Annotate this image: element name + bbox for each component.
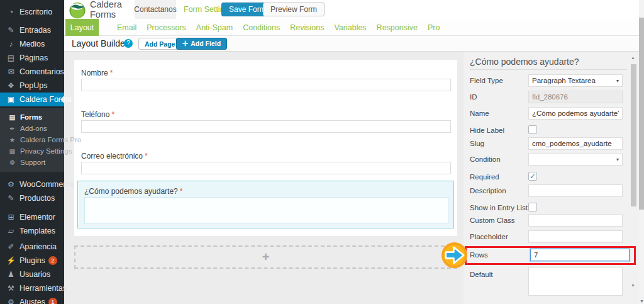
sidebar-item-label: Productos [19, 194, 55, 203]
hide-label-checkbox[interactable] [528, 125, 537, 134]
submenu-item-support[interactable]: ☸ Support [0, 157, 64, 168]
field-preview-textarea[interactable] [84, 197, 448, 224]
tab-conditions[interactable]: Conditions [243, 23, 280, 32]
description-field[interactable] [528, 184, 623, 197]
tab-responsive[interactable]: Responsive [377, 23, 418, 32]
tab-revisions[interactable]: Revisions [290, 23, 324, 32]
preview-form-button[interactable]: Preview Form [263, 3, 325, 16]
caldera-forms-layout-builder-screen: ◔ Escritorio ✎ Entradas ♪ Medios ▤ Págin… [0, 0, 644, 304]
field-preview-correo[interactable] [81, 162, 451, 174]
sidebar-item-productos[interactable]: ✎ Productos [0, 191, 64, 205]
sidebar-item-label: Usuarios [19, 270, 50, 279]
panel-title: ¿Cómo podemos ayudarte? [470, 57, 579, 67]
submenu-item-label: Privacy Settings [20, 147, 72, 155]
sidebar-item-usuarios[interactable]: ♟ Usuarios [0, 267, 64, 281]
placeholder-field[interactable] [528, 230, 623, 243]
field-type-value: Paragraph Textarea [532, 77, 596, 84]
scroll-up-icon[interactable]: ▲ [631, 55, 635, 60]
field-preview-nombre[interactable] [81, 79, 451, 91]
field-type-select[interactable]: Paragraph Textarea ▾ [528, 74, 623, 87]
woocommerce-icon: ⚙ [6, 180, 16, 189]
sidebar-item-escritorio[interactable]: ◔ Escritorio [0, 5, 64, 19]
users-icon: ♟ [6, 270, 16, 279]
field-preview-telefono[interactable] [81, 120, 451, 133]
name-field[interactable] [528, 107, 623, 120]
browser-scrollbar-thumb[interactable] [639, 18, 644, 210]
panel-scrollbar-thumb[interactable] [631, 64, 636, 206]
required-asterisk: * [111, 110, 114, 119]
required-asterisk: * [145, 152, 148, 160]
show-in-entry-list-checkbox[interactable] [528, 203, 537, 211]
sidebar-item-label: Comentarios [19, 67, 64, 76]
custom-class-field[interactable] [528, 214, 623, 227]
field-type-label: Field Type [470, 77, 503, 84]
submenu-item-privacy-settings[interactable]: ▦ Privacy Settings [0, 145, 64, 157]
add-field-button[interactable]: ✛Add Field [176, 38, 227, 50]
add-row-dropzone[interactable]: + [74, 245, 457, 269]
id-field [528, 91, 623, 103]
sidebar-item-label: Páginas [19, 53, 48, 62]
sidebar-item-elementor[interactable]: ⊞ Elementor [0, 210, 64, 224]
submenu-item-forms[interactable]: ▤ Forms [0, 111, 64, 123]
add-page-button[interactable]: Add Page [138, 38, 181, 50]
condition-label: Condition [470, 155, 501, 163]
default-field[interactable] [528, 267, 623, 296]
submenu-item-caldera-forms-pro[interactable]: ★ Caldera Forms Pro [0, 134, 64, 145]
tab-processors[interactable]: Processors [147, 23, 186, 32]
active-item-notch [57, 96, 64, 103]
sidebar-item-medios[interactable]: ♪ Medios [0, 37, 64, 51]
tab-pro[interactable]: Pro [428, 23, 440, 32]
form-name-tab[interactable]: Contactanos [135, 0, 176, 19]
sidebar-item-entradas[interactable]: ✎ Entradas [0, 23, 64, 37]
settings-icon: ⚙ [6, 298, 16, 304]
sidebar-item-apariencia[interactable]: ✐ Apariencia [0, 240, 64, 254]
sidebar-item-caldera-forms[interactable]: ▣ Caldera Forms [0, 93, 64, 106]
sidebar-item-label: Templates [19, 227, 55, 235]
sidebar-item-comentarios[interactable]: ✉ Comentarios [0, 65, 64, 79]
slug-field[interactable] [528, 137, 623, 150]
scroll-down-icon[interactable]: ▼ [640, 299, 644, 303]
sidebar-item-popups[interactable]: ❖ PopUps [0, 79, 64, 93]
app-title: Caldera Forms [90, 0, 135, 20]
sidebar-item-label: Medios [19, 40, 45, 48]
submenu-item-label: Caldera Forms Pro [20, 136, 81, 144]
sidebar-item-plugins[interactable]: ⚡ Plugins 2 [0, 254, 64, 267]
tools-icon: ⚒ [6, 284, 16, 293]
scroll-down-icon[interactable]: ▼ [631, 283, 635, 288]
sidebar-item-templates[interactable]: ▱ Templates [0, 224, 64, 238]
default-label: Default [470, 271, 492, 278]
sidebar-item-herramientas[interactable]: ⚒ Herramientas [0, 281, 64, 295]
submenu-item-label: Add-ons [20, 125, 47, 132]
tab-email[interactable]: Email [117, 23, 136, 32]
caldera-logo [69, 1, 86, 19]
pushpin-icon: ✎ [6, 26, 16, 35]
elementor-icon: ⊞ [6, 213, 16, 222]
support-icon: ☸ [8, 159, 17, 166]
tab-anti-spam[interactable]: Anti-Spam [196, 23, 233, 32]
pointer-arrow-icon [441, 242, 468, 269]
popups-icon: ❖ [6, 81, 16, 90]
condition-select[interactable]: ▾ [528, 153, 623, 166]
submenu-item-label: Support [20, 159, 45, 166]
sidebar-item-woocommerce[interactable]: ⚙ WooCommerce [0, 177, 64, 191]
tab-layout[interactable]: Layout [65, 19, 99, 36]
form-editor-tabs: Layout Email Processors Anti-Spam Condit… [64, 19, 639, 36]
selected-textarea-widget[interactable]: ¿Cómo podemos ayudarte?* [77, 181, 454, 228]
addons-icon: ✒ [8, 125, 17, 132]
field-label-telefono: Teléfono* [81, 110, 114, 119]
caret-down-icon: ▾ [616, 78, 619, 84]
comments-icon: ✉ [6, 67, 16, 76]
tab-variables[interactable]: Variables [334, 23, 366, 32]
panel-divider [470, 69, 627, 70]
browser-scrollbar[interactable]: ▼ [639, 0, 644, 304]
help-icon[interactable]: ? [124, 39, 133, 48]
pages-icon: ▤ [6, 53, 16, 62]
field-label-como-podemos-ayudarte: ¿Cómo podemos ayudarte?* [84, 187, 182, 196]
plus-icon: + [262, 250, 270, 264]
submenu-item-addons[interactable]: ✒ Add-ons [0, 123, 64, 134]
custom-class-label: Custom Class [470, 217, 515, 224]
sidebar-item-paginas[interactable]: ▤ Páginas [0, 51, 64, 65]
required-checkbox[interactable]: ✓ [528, 172, 537, 181]
sidebar-item-ajustes[interactable]: ⚙ Ajustes 1 [0, 295, 64, 304]
settings-badge: 1 [48, 298, 57, 304]
